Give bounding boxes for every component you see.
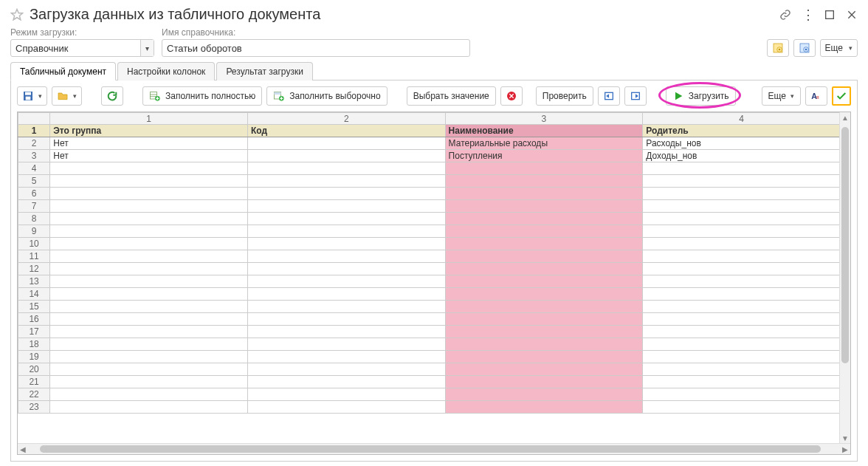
- cell-code[interactable]: [247, 150, 445, 162]
- spreadsheet-scroll[interactable]: 1 2 3 4 1 Это группа Код Наименование Ро: [18, 112, 850, 443]
- row-number[interactable]: 2: [18, 137, 50, 150]
- cell[interactable]: [50, 338, 248, 351]
- mode-select[interactable]: Справочник ▾: [10, 39, 154, 57]
- close-icon[interactable]: [846, 9, 858, 21]
- row-number[interactable]: 9: [18, 225, 50, 238]
- row-number[interactable]: 16: [18, 313, 50, 326]
- fill-full-button[interactable]: Заполнить полностью: [142, 86, 262, 106]
- row-number[interactable]: 8: [18, 213, 50, 225]
- scroll-right-icon[interactable]: ▶: [840, 444, 850, 454]
- cell[interactable]: [445, 213, 643, 225]
- cell[interactable]: [643, 188, 841, 200]
- cell[interactable]: [247, 363, 445, 376]
- cell[interactable]: [247, 175, 445, 188]
- remove-selection-button[interactable]: [500, 86, 523, 106]
- cell[interactable]: [247, 338, 445, 351]
- open-button[interactable]: ▾: [52, 86, 82, 106]
- cell[interactable]: [445, 351, 643, 363]
- horizontal-scrollbar[interactable]: ◀ ▶: [18, 443, 850, 454]
- more-button-toolbar[interactable]: Еще ▾: [762, 86, 801, 106]
- corner-cell[interactable]: [18, 113, 50, 125]
- cell[interactable]: [50, 200, 248, 213]
- cell-parent[interactable]: Доходы_нов: [643, 150, 841, 162]
- vertical-scrollbar[interactable]: ▲ ▼: [839, 112, 850, 443]
- scroll-up-icon[interactable]: ▲: [840, 112, 850, 123]
- row-number[interactable]: 22: [18, 388, 50, 401]
- nav-right-button[interactable]: [624, 86, 647, 106]
- confirm-check-button[interactable]: [832, 86, 851, 106]
- col-header-1[interactable]: 1: [50, 113, 248, 125]
- cell[interactable]: [50, 162, 248, 175]
- cell[interactable]: [445, 313, 643, 326]
- row-number[interactable]: 6: [18, 188, 50, 200]
- cell[interactable]: [445, 326, 643, 338]
- cell[interactable]: [247, 225, 445, 238]
- row-number[interactable]: 5: [18, 175, 50, 188]
- link-icon[interactable]: [779, 9, 791, 21]
- choose-value-button[interactable]: Выбрать значение: [407, 86, 496, 106]
- fill-selective-button[interactable]: Заполнить выборочно: [266, 86, 387, 106]
- col-header-2[interactable]: 2: [247, 113, 445, 125]
- col-header-3[interactable]: 3: [445, 113, 643, 125]
- cell[interactable]: [50, 175, 248, 188]
- cell[interactable]: [643, 338, 841, 351]
- cell[interactable]: [445, 301, 643, 313]
- cell[interactable]: [643, 376, 841, 388]
- save-button[interactable]: ▾: [17, 86, 47, 106]
- row-number[interactable]: 15: [18, 301, 50, 313]
- col-header-4[interactable]: 4: [643, 113, 841, 125]
- name-input[interactable]: Статьи оборотов: [162, 39, 470, 57]
- cell[interactable]: [247, 275, 445, 288]
- cell[interactable]: [50, 401, 248, 414]
- row-number[interactable]: 7: [18, 200, 50, 213]
- cell[interactable]: [247, 401, 445, 414]
- font-button[interactable]: Aя: [805, 86, 827, 106]
- cell[interactable]: [50, 326, 248, 338]
- scroll-left-icon[interactable]: ◀: [18, 444, 28, 454]
- tab-columns[interactable]: Настройки колонок: [117, 62, 215, 80]
- cell[interactable]: [643, 162, 841, 175]
- chevron-down-icon[interactable]: ▾: [140, 40, 154, 56]
- scroll-thumb[interactable]: [841, 127, 849, 363]
- cell[interactable]: [445, 401, 643, 414]
- cell[interactable]: [445, 263, 643, 275]
- cell[interactable]: [643, 401, 841, 414]
- cell[interactable]: [643, 388, 841, 401]
- row-number[interactable]: 12: [18, 263, 50, 275]
- cell[interactable]: [247, 351, 445, 363]
- cell[interactable]: [445, 388, 643, 401]
- cell-group[interactable]: Нет: [50, 150, 248, 162]
- cell[interactable]: [445, 363, 643, 376]
- cell[interactable]: [247, 238, 445, 250]
- cell[interactable]: [50, 313, 248, 326]
- cell[interactable]: [247, 288, 445, 301]
- scroll-down-icon[interactable]: ▼: [840, 433, 850, 443]
- field-header-code[interactable]: Код: [247, 125, 445, 137]
- cell[interactable]: [50, 376, 248, 388]
- cell-code[interactable]: [247, 137, 445, 150]
- cell[interactable]: [50, 388, 248, 401]
- cell[interactable]: [445, 338, 643, 351]
- cell[interactable]: [643, 175, 841, 188]
- row-number[interactable]: 19: [18, 351, 50, 363]
- row-number[interactable]: 18: [18, 338, 50, 351]
- cell[interactable]: [445, 225, 643, 238]
- cell[interactable]: [643, 363, 841, 376]
- cell[interactable]: [643, 326, 841, 338]
- cell-name[interactable]: Поступления: [445, 150, 643, 162]
- cell[interactable]: [50, 363, 248, 376]
- scroll-thumb-h[interactable]: [40, 445, 821, 453]
- cell[interactable]: [643, 250, 841, 263]
- row-number[interactable]: 20: [18, 363, 50, 376]
- cell[interactable]: [643, 301, 841, 313]
- cell-name[interactable]: Материальные расходы: [445, 137, 643, 150]
- cell[interactable]: [643, 238, 841, 250]
- settings1-button[interactable]: [767, 39, 789, 57]
- cell[interactable]: [247, 301, 445, 313]
- refresh-button[interactable]: [101, 86, 123, 106]
- cell[interactable]: [643, 351, 841, 363]
- cell[interactable]: [50, 213, 248, 225]
- cell[interactable]: [247, 326, 445, 338]
- kebab-menu-icon[interactable]: ⋮: [802, 9, 813, 21]
- cell[interactable]: [643, 263, 841, 275]
